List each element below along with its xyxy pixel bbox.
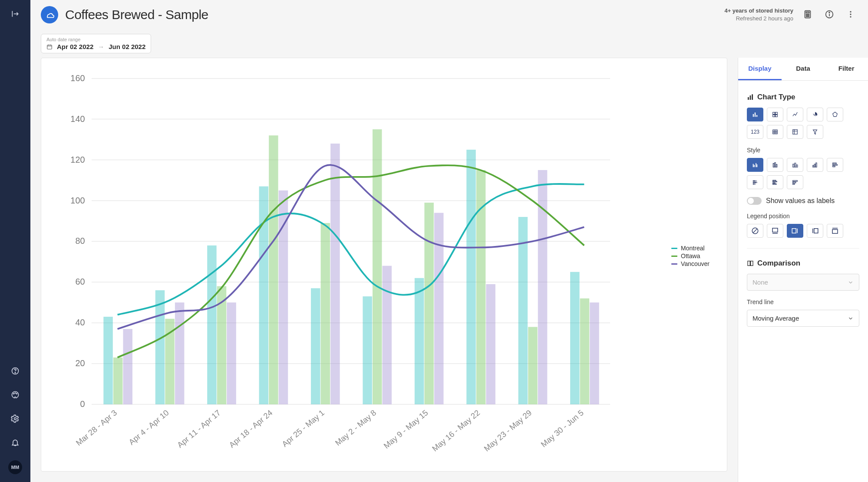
avatar[interactable]: MM bbox=[8, 460, 22, 474]
bell-icon[interactable] bbox=[9, 436, 21, 450]
more-icon[interactable] bbox=[844, 7, 858, 23]
svg-point-10 bbox=[809, 14, 809, 15]
svg-text:May 30 - Jun 5: May 30 - Jun 5 bbox=[539, 408, 585, 449]
svg-point-11 bbox=[806, 16, 807, 16]
style-hstacked[interactable] bbox=[747, 175, 763, 189]
svg-rect-79 bbox=[748, 97, 749, 100]
tab-data[interactable]: Data bbox=[782, 58, 825, 80]
svg-rect-83 bbox=[755, 112, 756, 117]
chart-type-line[interactable] bbox=[787, 108, 803, 121]
svg-rect-118 bbox=[793, 182, 796, 183]
theme-icon[interactable] bbox=[9, 389, 21, 402]
style-hbar[interactable] bbox=[827, 158, 843, 172]
svg-point-13 bbox=[809, 16, 809, 16]
chart-type-funnel[interactable] bbox=[807, 125, 823, 139]
style-ordered[interactable] bbox=[807, 158, 823, 172]
svg-text:100: 100 bbox=[70, 196, 85, 205]
legend-item: Vancouver bbox=[671, 260, 710, 267]
svg-rect-48 bbox=[570, 272, 579, 404]
calculator-icon[interactable] bbox=[800, 7, 815, 23]
style-stacked[interactable] bbox=[767, 158, 783, 172]
date-range-picker[interactable]: Auto date range Apr 02 2022 → Jun 02 202… bbox=[41, 34, 151, 53]
svg-rect-60 bbox=[175, 302, 184, 404]
svg-text:160: 160 bbox=[70, 73, 85, 83]
chart-type-options: 123 bbox=[747, 108, 859, 139]
svg-rect-99 bbox=[795, 163, 796, 167]
history-info: 4+ years of stored history Refreshed 2 h… bbox=[724, 7, 793, 23]
chart-legend: MontrealOttawaVancouver bbox=[671, 244, 710, 268]
svg-rect-63 bbox=[330, 144, 340, 404]
help-icon[interactable] bbox=[9, 365, 21, 378]
style-grouped[interactable] bbox=[747, 158, 763, 172]
chart-type-pie[interactable] bbox=[807, 108, 823, 121]
info-icon[interactable] bbox=[822, 7, 837, 23]
legend-none[interactable] bbox=[747, 224, 763, 238]
svg-text:Mar 28 - Apr 3: Mar 28 - Apr 3 bbox=[74, 408, 119, 447]
svg-rect-96 bbox=[775, 163, 776, 167]
style-hgrouped[interactable] bbox=[767, 175, 783, 189]
style-hordered[interactable] bbox=[787, 175, 803, 189]
svg-rect-109 bbox=[753, 182, 756, 183]
svg-rect-107 bbox=[753, 180, 756, 181]
svg-rect-40 bbox=[155, 290, 165, 404]
svg-point-8 bbox=[806, 14, 807, 15]
chart-type-radar[interactable] bbox=[827, 108, 843, 121]
svg-rect-84 bbox=[756, 115, 757, 117]
svg-rect-53 bbox=[321, 223, 330, 404]
tab-display[interactable]: Display bbox=[738, 58, 782, 80]
svg-rect-126 bbox=[814, 229, 818, 233]
app-logo bbox=[41, 6, 58, 23]
legend-bottom[interactable] bbox=[767, 224, 783, 238]
svg-rect-114 bbox=[773, 181, 777, 182]
svg-rect-93 bbox=[756, 163, 756, 167]
svg-rect-91 bbox=[753, 164, 754, 167]
date-to: Jun 02 2022 bbox=[109, 43, 145, 50]
chart-type-pivot[interactable] bbox=[787, 125, 803, 139]
svg-rect-44 bbox=[363, 296, 372, 404]
legend-position-options bbox=[747, 224, 859, 238]
comparison-select[interactable]: None bbox=[747, 274, 859, 291]
svg-rect-94 bbox=[757, 164, 758, 167]
svg-text:0: 0 bbox=[80, 399, 85, 409]
svg-text:120: 120 bbox=[70, 155, 85, 164]
svg-rect-20 bbox=[47, 45, 52, 49]
chart: 020406080100120140160Mar 28 - Apr 3Apr 4… bbox=[52, 65, 716, 464]
svg-rect-90 bbox=[793, 130, 798, 134]
svg-point-2 bbox=[13, 393, 14, 394]
svg-rect-117 bbox=[793, 180, 798, 181]
svg-rect-116 bbox=[773, 184, 776, 185]
svg-rect-46 bbox=[466, 150, 475, 404]
gear-icon[interactable] bbox=[9, 413, 21, 426]
svg-rect-89 bbox=[773, 130, 778, 134]
legend-position-label: Legend position bbox=[747, 213, 859, 220]
chart-type-bar[interactable] bbox=[747, 108, 763, 121]
collapse-icon[interactable] bbox=[9, 8, 21, 21]
svg-rect-130 bbox=[751, 261, 753, 266]
style-grouped2[interactable] bbox=[787, 158, 803, 172]
sidebar-tabs: Display Data Filter bbox=[738, 58, 868, 81]
svg-point-5 bbox=[14, 418, 17, 420]
svg-rect-52 bbox=[269, 135, 278, 404]
legend-top[interactable] bbox=[827, 224, 843, 238]
chart-type-number[interactable]: 123 bbox=[747, 125, 763, 139]
chart-type-combo[interactable] bbox=[767, 108, 783, 121]
legend-right[interactable] bbox=[787, 224, 803, 238]
svg-rect-100 bbox=[796, 165, 798, 167]
svg-rect-119 bbox=[793, 184, 795, 184]
svg-rect-39 bbox=[103, 317, 112, 404]
left-rail: MM bbox=[0, 0, 30, 482]
trend-line-select[interactable]: Moving Average bbox=[747, 310, 859, 327]
svg-point-3 bbox=[15, 393, 16, 393]
svg-rect-68 bbox=[590, 302, 599, 404]
show-values-toggle[interactable] bbox=[747, 197, 762, 205]
comparison-icon bbox=[747, 260, 754, 267]
svg-rect-123 bbox=[792, 229, 796, 233]
svg-text:May 2 - May 8: May 2 - May 8 bbox=[333, 408, 378, 447]
chart-type-table[interactable] bbox=[767, 125, 783, 139]
chevron-down-icon bbox=[848, 315, 854, 321]
legend-left[interactable] bbox=[807, 224, 823, 238]
svg-rect-106 bbox=[833, 166, 835, 167]
legend-item: Montreal bbox=[671, 245, 710, 252]
svg-rect-57 bbox=[528, 327, 537, 404]
tab-filter[interactable]: Filter bbox=[825, 58, 868, 80]
